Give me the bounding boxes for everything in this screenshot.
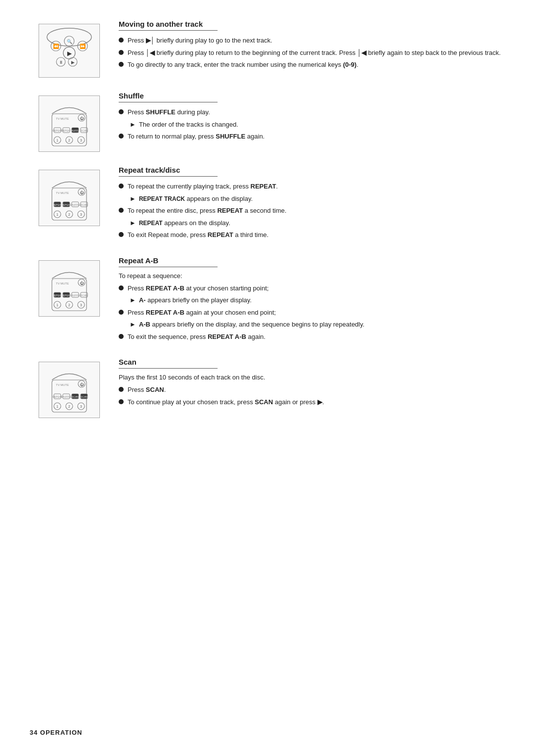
section-title-moving: Moving to another track — [119, 20, 218, 31]
svg-text:1: 1 — [56, 139, 58, 142]
svg-text:3: 3 — [80, 213, 82, 216]
list-item: To exit the sequence, press REPEAT A-B a… — [119, 332, 504, 342]
bullet-icon — [119, 310, 124, 315]
bullet-icon — [119, 38, 124, 43]
svg-text:⏻: ⏻ — [80, 190, 84, 195]
bullet-list-shuffle: Press SHUFFLE during play. ► The order o… — [119, 107, 504, 142]
svg-text:🔍: 🔍 — [67, 39, 73, 45]
list-item: To go directly to any track, enter the t… — [119, 60, 504, 70]
section-content-repeat: Repeat track/disc To repeat the currentl… — [109, 166, 504, 242]
page: ⏪ 🔍 ⏩ ▶ ⏸ ▶ Moving to another track — [0, 0, 534, 756]
list-item: Press REPEAT A-B again at your chosen en… — [119, 308, 504, 318]
section-repeat-ab: TV MUTE ⏻ REPEAT REPEAT SHUFFLE SCAN 1 2 — [30, 256, 504, 344]
list-item-arrow: ► The order of the tracks is changed. — [130, 120, 504, 130]
bullet-icon — [119, 184, 124, 189]
svg-text:SCAN: SCAN — [81, 129, 88, 132]
section-shuffle: TV MUTE ⏻ REPEAT REPEAT SHUFFLE SCAN 1 — [30, 92, 504, 152]
svg-text:TV MUTE: TV MUTE — [56, 117, 69, 120]
remote-image-repeat: TV MUTE ⏻ REPEAT REPEAT SHUFFLE SCAN 1 2 — [30, 166, 109, 242]
svg-text:REPEAT: REPEAT — [52, 203, 62, 206]
svg-text:⏻: ⏻ — [80, 382, 84, 387]
list-item-text: To repeat the entire disc, press REPEAT … — [128, 206, 286, 216]
list-item: To repeat the currently playing track, p… — [119, 182, 504, 191]
bullet-list-moving: Press ▶│ briefly during play to go to th… — [119, 36, 504, 70]
list-item-arrow: ► A-B appears briefly on the display, an… — [130, 320, 504, 330]
section-intro-repeat-ab: To repeat a sequence: — [119, 272, 504, 280]
svg-text:SHUFFLE: SHUFFLE — [70, 294, 81, 297]
bullet-icon — [119, 399, 124, 404]
list-item-text: A- appears briefly on the player display… — [139, 295, 252, 305]
svg-text:⏻: ⏻ — [80, 116, 84, 121]
svg-text:SCAN: SCAN — [72, 395, 79, 398]
svg-text:2: 2 — [68, 213, 70, 216]
list-item-text: Press ▶│ briefly during play to go to th… — [128, 36, 272, 46]
svg-text:SHUFFLE: SHUFFLE — [70, 203, 81, 206]
svg-text:1: 1 — [56, 405, 58, 408]
svg-text:TV MUTE: TV MUTE — [56, 282, 69, 285]
remote-image-transport: ⏪ 🔍 ⏩ ▶ ⏸ ▶ — [30, 20, 109, 78]
bullet-icon — [119, 232, 124, 237]
list-item: To continue play at your chosen track, p… — [119, 397, 504, 407]
list-item-arrow: ► REPEAT TRACK appears on the display. — [130, 194, 504, 204]
svg-text:3: 3 — [80, 139, 82, 142]
section-repeat-track-disc: TV MUTE ⏻ REPEAT REPEAT SHUFFLE SCAN 1 2 — [30, 166, 504, 242]
bullet-list-repeat-ab: Press REPEAT A-B at your chosen starting… — [119, 284, 504, 342]
list-item: Press SCAN. — [119, 385, 504, 395]
list-item-text: Press SHUFFLE during play. — [128, 107, 210, 117]
svg-text:SCAN: SCAN — [81, 395, 88, 398]
section-title-scan: Scan — [119, 358, 218, 369]
list-item-text: Press SCAN. — [128, 385, 166, 395]
list-item-text: Press │◀ briefly during play to return t… — [128, 48, 501, 58]
svg-text:⏪: ⏪ — [53, 43, 59, 49]
remote-svg-transport: ⏪ 🔍 ⏩ ▶ ⏸ ▶ — [42, 27, 96, 74]
list-item-text: To go directly to any track, enter the t… — [128, 60, 358, 70]
section-content-scan: Scan Plays the first 10 seconds of each … — [109, 358, 504, 418]
bullet-list-repeat: To repeat the currently playing track, p… — [119, 182, 504, 240]
svg-text:▶: ▶ — [67, 50, 72, 57]
section-title-repeat-ab: Repeat A-B — [119, 256, 218, 267]
bullet-icon — [119, 285, 124, 290]
list-item-arrow: ► REPEAT appears on the display. — [130, 218, 504, 228]
section-title-repeat: Repeat track/disc — [119, 166, 218, 177]
bullet-icon — [119, 62, 124, 67]
svg-text:REPEAT: REPEAT — [52, 129, 62, 132]
remote-image-repeat-ab: TV MUTE ⏻ REPEAT REPEAT SHUFFLE SCAN 1 2 — [30, 256, 109, 344]
list-item-text: To exit Repeat mode, press REPEAT a thir… — [128, 230, 268, 240]
svg-text:3: 3 — [80, 303, 82, 307]
remote-svg-repeat-ab: TV MUTE ⏻ REPEAT REPEAT SHUFFLE SCAN 1 2 — [42, 264, 96, 313]
page-footer: 34 OPERATION — [30, 729, 82, 736]
bullet-icon — [119, 208, 124, 213]
svg-text:1: 1 — [56, 303, 58, 307]
svg-text:2: 2 — [68, 405, 70, 408]
list-item-text: To repeat the currently playing track, p… — [128, 182, 278, 191]
list-item-text: Press REPEAT A-B again at your chosen en… — [128, 308, 276, 318]
list-item: To repeat the entire disc, press REPEAT … — [119, 206, 504, 216]
section-scan: TV MUTE ⏻ REPEAT SHUFFLE SCAN SCAN 1 2 — [30, 358, 504, 418]
svg-text:SCAN: SCAN — [81, 294, 88, 297]
list-item-text: REPEAT TRACK appears on the display. — [139, 194, 253, 204]
bullet-icon — [119, 134, 124, 139]
svg-text:⏩: ⏩ — [80, 43, 86, 49]
list-item-text: To return to normal play, press SHUFFLE … — [128, 132, 265, 142]
list-item: Press REPEAT A-B at your chosen starting… — [119, 284, 504, 293]
arrow-icon: ► — [130, 295, 136, 305]
section-content-moving: Moving to another track Press ▶│ briefly… — [109, 20, 504, 78]
list-item-arrow: ► A- appears briefly on the player displ… — [130, 295, 504, 305]
list-item: To return to normal play, press SHUFFLE … — [119, 132, 504, 142]
svg-text:⏸: ⏸ — [59, 60, 63, 65]
svg-text:SCAN: SCAN — [81, 203, 88, 206]
remote-svg-shuffle: TV MUTE ⏻ REPEAT REPEAT SHUFFLE SCAN 1 — [42, 99, 96, 148]
bullet-list-scan: Press SCAN. To continue play at your cho… — [119, 385, 504, 407]
bullet-icon — [119, 50, 124, 55]
arrow-icon: ► — [130, 120, 136, 130]
bullet-icon — [119, 387, 124, 392]
remote-image-scan: TV MUTE ⏻ REPEAT SHUFFLE SCAN SCAN 1 2 — [30, 358, 109, 418]
svg-text:2: 2 — [68, 303, 70, 307]
svg-text:1: 1 — [56, 213, 58, 216]
svg-text:REPEAT: REPEAT — [52, 294, 62, 297]
list-item-text: The order of the tracks is changed. — [139, 120, 238, 130]
svg-text:SHUFFLE: SHUFFLE — [70, 129, 81, 132]
remote-svg-scan: TV MUTE ⏻ REPEAT SHUFFLE SCAN SCAN 1 2 — [42, 365, 96, 415]
bullet-icon — [119, 334, 124, 339]
remote-image-shuffle: TV MUTE ⏻ REPEAT REPEAT SHUFFLE SCAN 1 — [30, 92, 109, 152]
